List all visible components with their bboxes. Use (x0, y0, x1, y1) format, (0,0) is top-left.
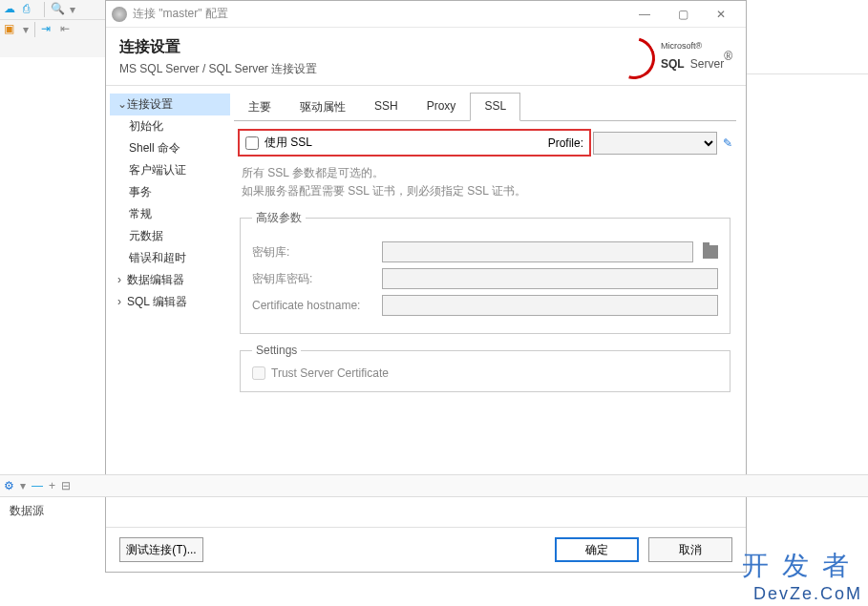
trust-cert-checkbox[interactable] (252, 366, 265, 380)
folder-icon[interactable]: ▣ (4, 22, 19, 37)
ssl-hint: 所有 SSL 参数都是可选的。 如果服务器配置需要 SSL 证书，则必须指定 S… (242, 164, 729, 200)
watermark: 开发者 DevZe.CoM (742, 548, 862, 604)
profile-label: Profile: (548, 136, 583, 150)
close-panel-icon[interactable]: ⊟ (61, 479, 71, 492)
ssl-highlight-box: 使用 SSL Profile: (238, 129, 591, 157)
sidebar-item-connection-settings[interactable]: ⌄连接设置 (110, 94, 230, 115)
titlebar: 连接 "master" 配置 — ▢ ✕ (106, 1, 746, 28)
trust-cert-label: Trust Server Certificate (271, 366, 389, 380)
dialog-header: 连接设置 MS SQL Server / SQL Server 连接设置 Mic… (106, 28, 746, 86)
keystore-password-label: 密钥库密码: (252, 271, 376, 287)
tabs: 主要 驱动属性 SSH Proxy SSL (234, 92, 736, 121)
minimize-button[interactable]: — (625, 8, 664, 21)
dropdown-caret-icon[interactable]: ▾ (70, 3, 75, 16)
keystore-input[interactable] (382, 241, 693, 262)
sidebar-item-init[interactable]: 初始化 (110, 115, 230, 137)
close-button[interactable]: ✕ (702, 8, 740, 21)
tab-proxy[interactable]: Proxy (413, 93, 471, 121)
dialog-footer: 测试连接(T)... 确定 取消 (106, 527, 746, 572)
sidebar-item-errors[interactable]: 错误和超时 (110, 247, 230, 269)
sidebar-item-shell[interactable]: Shell 命令 (110, 137, 230, 159)
settings-legend: Settings (252, 344, 301, 357)
cert-hostname-input[interactable] (382, 295, 718, 316)
tab-ssl[interactable]: SSL (470, 93, 520, 121)
datasource-tab[interactable]: 数据源 (0, 497, 868, 525)
use-ssl-label: 使用 SSL (265, 135, 312, 151)
gear-icon[interactable]: ⚙ (4, 479, 14, 492)
keystore-password-input[interactable] (382, 268, 718, 289)
app-icon (112, 7, 127, 22)
browse-keystore-icon[interactable] (703, 245, 718, 259)
expand-icon[interactable]: ⇤ (60, 22, 75, 37)
print-icon[interactable]: ⎙ (23, 2, 38, 17)
test-connection-button[interactable]: 测试连接(T)... (119, 537, 203, 562)
ok-button[interactable]: 确定 (555, 537, 639, 562)
settings-fieldset: Settings Trust Server Certificate (240, 344, 730, 392)
keystore-label: 密钥库: (252, 244, 376, 261)
dropdown-caret-icon[interactable]: ▾ (23, 23, 29, 36)
page-title: 连接设置 (119, 37, 317, 57)
sqlserver-logo: Microsoft® SQL Server® (613, 37, 732, 77)
bottom-panel: ⚙▾ — + ⊟ 数据源 (0, 474, 868, 525)
window-title: 连接 "master" 配置 (133, 6, 625, 22)
edit-profile-icon[interactable]: ✎ (723, 136, 732, 150)
cancel-button[interactable]: 取消 (648, 537, 732, 562)
profile-select[interactable] (593, 132, 717, 155)
background-toolbar: ☁ ⎙ 🔍 ▾ ▣ ▾ ⇥ ⇤ (0, 0, 105, 57)
tab-main[interactable]: 主要 (234, 93, 286, 121)
cert-hostname-label: Certificate hostname: (252, 299, 376, 312)
sidebar-item-client-auth[interactable]: 客户端认证 (110, 159, 230, 181)
collapse-icon[interactable]: ⇥ (41, 22, 56, 37)
background-right-area (747, 0, 868, 74)
plus-icon[interactable]: + (49, 479, 55, 492)
sidebar-item-transactions[interactable]: 事务 (110, 181, 230, 203)
sidebar-item-general[interactable]: 常规 (110, 203, 230, 225)
advanced-fieldset: 高级参数 密钥库: 密钥库密码: Certificate hostname: (240, 210, 730, 334)
sidebar-item-metadata[interactable]: 元数据 (110, 225, 230, 247)
tab-driver-props[interactable]: 驱动属性 (286, 93, 360, 121)
tab-ssh[interactable]: SSH (360, 93, 413, 121)
sidebar-item-sql-editor[interactable]: ›SQL 编辑器 (110, 291, 230, 313)
sqlserver-swoosh-icon (613, 37, 653, 77)
use-ssl-checkbox[interactable] (245, 136, 259, 150)
cloud-icon[interactable]: ☁ (4, 2, 19, 17)
advanced-legend: 高级参数 (252, 210, 306, 226)
page-subtitle: MS SQL Server / SQL Server 连接设置 (119, 61, 317, 77)
maximize-button[interactable]: ▢ (664, 8, 702, 21)
minus-icon[interactable]: — (32, 479, 43, 492)
search-icon[interactable]: 🔍 (51, 2, 66, 17)
settings-tree: ⌄连接设置 初始化 Shell 命令 客户端认证 事务 常规 元数据 错误和超时… (106, 86, 234, 527)
sidebar-item-data-editor[interactable]: ›数据编辑器 (110, 269, 230, 291)
